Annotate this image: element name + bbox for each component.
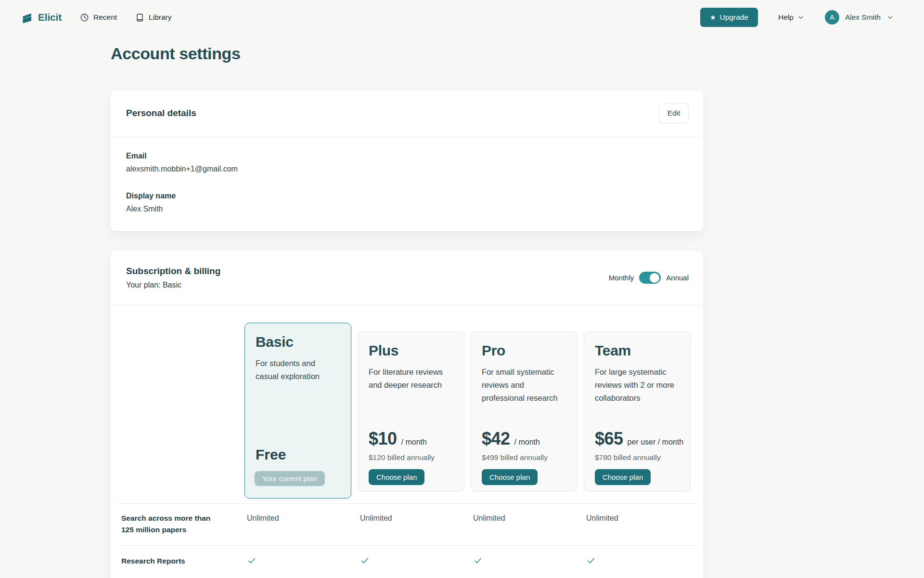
brand-name: Elicit — [38, 12, 62, 23]
plan-card-pro: Pro For small systematic reviews and pro… — [471, 331, 578, 492]
plan-billed-note: $120 billed annually — [369, 453, 435, 462]
plan-billed-note: $499 billed annually — [482, 453, 548, 462]
book-icon — [135, 13, 144, 22]
feature-value-basic: Unlimited — [247, 512, 360, 536]
display-name-label: Display name — [126, 191, 688, 201]
plan-description: For literature reviews and deeper resear… — [369, 366, 451, 392]
plan-card-team: Team For large systematic reviews with 2… — [584, 331, 691, 492]
plan-name: Pro — [482, 342, 566, 359]
email-value: alexsmith.mobbin+1@gmail.com — [126, 164, 688, 174]
table-row-search-papers: Search across more than 125 million pape… — [117, 504, 696, 546]
nav-item-library[interactable]: Library — [135, 13, 171, 22]
choose-plan-button-team[interactable]: Choose plan — [595, 469, 651, 485]
personal-details-title: Personal details — [126, 108, 196, 118]
plan-price: Free — [256, 447, 286, 463]
nav-item-recent[interactable]: Recent — [80, 13, 117, 22]
feature-label: Search across more than 125 million pape… — [121, 512, 218, 536]
table-row-research-reports: Research Reports — [117, 546, 696, 578]
monthly-label: Monthly — [609, 274, 634, 282]
plan-price-suffix: per user / month — [628, 438, 684, 447]
star-icon: ★ — [710, 14, 716, 21]
feature-comparison-table: Search across more than 125 million pape… — [117, 503, 696, 578]
personal-details-header: Personal details Edit — [111, 91, 703, 136]
plan-description: For students and casual exploration — [256, 357, 338, 383]
upgrade-label: Upgrade — [720, 13, 748, 22]
upgrade-button[interactable]: ★ Upgrade — [700, 8, 758, 27]
plan-description: For large systematic reviews with 2 or m… — [595, 366, 678, 405]
annual-label: Annual — [666, 274, 689, 282]
plan-description: For small systematic reviews and profess… — [482, 366, 565, 405]
chevron-down-icon — [886, 13, 894, 21]
display-name-value: Alex Smith — [126, 204, 688, 214]
chevron-down-icon — [797, 13, 805, 21]
check-icon — [473, 556, 483, 565]
help-menu[interactable]: Help — [778, 13, 805, 22]
switch-knob — [650, 273, 659, 283]
choose-plan-button-plus[interactable]: Choose plan — [369, 469, 424, 485]
subscription-billing-card: Subscription & billing Your plan: Basic … — [111, 251, 703, 578]
subscription-title: Subscription & billing — [126, 266, 220, 276]
plan-billed-note: $780 billed annually — [595, 453, 683, 462]
subscription-header: Subscription & billing Your plan: Basic … — [111, 251, 703, 305]
clock-icon — [80, 13, 89, 22]
edit-button[interactable]: Edit — [659, 104, 689, 123]
plan-name: Team — [595, 342, 680, 359]
plan-name: Plus — [369, 342, 453, 359]
help-label: Help — [778, 13, 794, 22]
plan-card-basic: Basic For students and casual exploratio… — [244, 323, 351, 499]
user-name: Alex Smith — [845, 13, 881, 22]
avatar: A — [825, 10, 839, 25]
personal-details-card: Personal details Edit Email alexsmith.mo… — [111, 91, 703, 231]
page-title: Account settings — [111, 44, 240, 63]
email-field: Email alexsmith.mobbin+1@gmail.com — [126, 151, 688, 174]
plans-row: Basic For students and casual exploratio… — [244, 323, 691, 499]
nav-item-library-label: Library — [149, 13, 171, 22]
plan-card-plus: Plus For literature reviews and deeper r… — [358, 331, 464, 492]
feature-value-team: Unlimited — [586, 512, 696, 536]
elicit-logo[interactable]: Elicit — [21, 11, 62, 24]
billing-period-switch[interactable] — [639, 272, 661, 284]
top-nav: Elicit Recent Library ★ Upgrade — [0, 0, 924, 35]
feature-value-plus: Unlimited — [360, 512, 473, 536]
plan-price: $65 — [595, 429, 623, 449]
account-menu[interactable]: A Alex Smith — [825, 10, 894, 25]
plan-price: $42 — [482, 429, 510, 449]
feature-label: Research Reports — [121, 555, 218, 578]
current-plan-text: Your plan: Basic — [126, 281, 220, 289]
current-plan-pill: Your current plan — [255, 471, 325, 486]
display-name-field: Display name Alex Smith — [126, 191, 688, 214]
plan-name: Basic — [256, 334, 340, 350]
check-icon — [586, 556, 596, 565]
feature-value-pro: Unlimited — [473, 512, 586, 536]
nav-item-recent-label: Recent — [93, 13, 117, 22]
elicit-logo-icon — [21, 11, 34, 24]
plan-price-suffix: / month — [514, 438, 540, 447]
billing-period-toggle-group: Monthly Annual — [609, 272, 689, 284]
email-label: Email — [126, 151, 688, 161]
plan-price: $10 — [369, 429, 397, 449]
choose-plan-button-pro[interactable]: Choose plan — [482, 469, 538, 485]
check-icon — [360, 556, 370, 565]
check-icon — [247, 556, 257, 565]
plan-price-suffix: / month — [401, 438, 427, 447]
